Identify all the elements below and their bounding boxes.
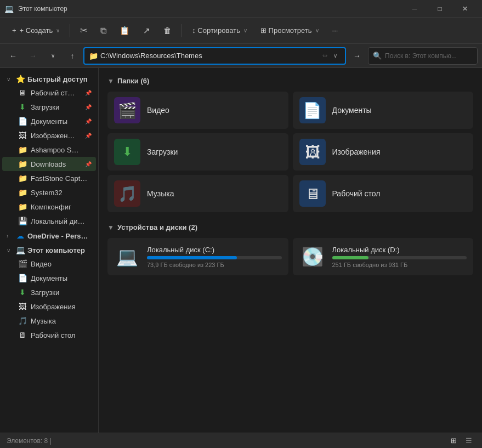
thispc-desktop-icon: 🖥 bbox=[18, 331, 27, 339]
ashampoo-label: Ashampoo S… bbox=[31, 146, 92, 154]
back-button[interactable]: ← bbox=[4, 47, 22, 65]
downloads-icon: ⬇ bbox=[18, 103, 27, 111]
more-icon: ··· bbox=[332, 26, 338, 35]
thispc-desktop-label: Рабочий стол bbox=[31, 331, 92, 339]
sidebar: ∨ ⭐ Быстрый доступ 🖥 Рабочий ст… 📌 ⬇ Заг… bbox=[0, 68, 99, 433]
onedrive-label: OneDrive - Perso… bbox=[27, 232, 92, 240]
up-button[interactable]: ↑ bbox=[64, 47, 81, 65]
thispc-computer-icon: 💻 bbox=[15, 246, 25, 254]
delete-button[interactable]: 🗑 bbox=[158, 22, 177, 38]
folder-item-desktop[interactable]: 🖥 Рабочий стол bbox=[293, 175, 474, 212]
cut-icon: ✂ bbox=[80, 25, 87, 36]
desktop-label: Рабочий ст… bbox=[31, 89, 82, 97]
folder-item-images[interactable]: 🖼 Изображения bbox=[293, 133, 474, 171]
thispc-images-label: Изображения bbox=[31, 303, 92, 311]
cut-button[interactable]: ✂ bbox=[75, 22, 93, 39]
drive-d-icon: 💽 bbox=[302, 246, 324, 267]
list-view-button[interactable]: ☰ bbox=[462, 435, 475, 446]
folder-music-icon-box: 🎵 bbox=[114, 180, 140, 207]
dropdown-button[interactable]: ∨ bbox=[44, 47, 61, 65]
documents-pin-icon: 📌 bbox=[85, 118, 92, 124]
sidebar-onedrive-header[interactable]: › ☁ OneDrive - Perso… bbox=[2, 229, 96, 242]
sidebar-item-desktop[interactable]: 🖥 Рабочий ст… 📌 bbox=[2, 86, 96, 100]
delete-icon: 🗑 bbox=[163, 26, 172, 35]
folder-downloads-name: Загрузки bbox=[147, 148, 178, 156]
address-dropdown-icon[interactable]: ∨ bbox=[330, 50, 341, 61]
quick-access-label: Быстрый доступ bbox=[27, 75, 92, 83]
sidebar-item-thispc-downloads[interactable]: ⬇ Загрузки bbox=[2, 285, 96, 299]
sidebar-item-localdisk[interactable]: 💾 Локальный ди… bbox=[2, 214, 96, 228]
documents-label: Документы bbox=[31, 117, 82, 126]
sidebar-item-thispc-documents[interactable]: 📄 Документы bbox=[2, 271, 96, 285]
folder-downloads-icon: ⬇ bbox=[122, 145, 132, 159]
drives-section-header[interactable]: ▼ Устройства и диски (2) bbox=[107, 223, 473, 231]
close-button[interactable]: ✕ bbox=[452, 0, 478, 18]
forward-button[interactable]: → bbox=[24, 47, 42, 65]
create-button[interactable]: + + Создать ∨ bbox=[7, 23, 65, 38]
sidebar-quick-access-header[interactable]: ∨ ⭐ Быстрый доступ bbox=[2, 72, 96, 86]
title-bar-controls: ─ □ ✕ bbox=[402, 0, 478, 18]
drive-d-name: Локальный диск (D:) bbox=[332, 246, 467, 254]
search-bar[interactable]: 🔍 Поиск в: Этот компью... bbox=[368, 47, 478, 65]
sidebar-thispc-header[interactable]: ∨ 💻 Этот компьютер bbox=[2, 243, 96, 257]
sidebar-item-thispc-video[interactable]: 🎬 Видео bbox=[2, 257, 96, 271]
thispc-downloads-label: Загрузки bbox=[31, 288, 92, 297]
sidebar-item-images[interactable]: 🖼 Изображен… 📌 bbox=[2, 128, 96, 143]
folder-item-downloads[interactable]: ⬇ Загрузки bbox=[107, 133, 288, 171]
more-button[interactable]: ··· bbox=[327, 23, 344, 38]
paste-button[interactable]: 📋 bbox=[114, 22, 135, 39]
sidebar-item-thispc-images[interactable]: 🖼 Изображения bbox=[2, 299, 96, 314]
sidebar-item-ashampoo[interactable]: 📁 Ashampoo S… bbox=[2, 143, 96, 157]
address-resize-icon: ⇔ bbox=[322, 52, 327, 59]
share-button[interactable]: ↗ bbox=[138, 22, 156, 39]
folder-path-icon: 📁 bbox=[89, 52, 98, 60]
status-view-controls: ⊞ ☰ bbox=[447, 435, 475, 446]
sidebar-item-downloads[interactable]: ⬇ Загрузки 📌 bbox=[2, 100, 96, 114]
grid-view-button[interactable]: ⊞ bbox=[447, 435, 460, 446]
folder-images-icon: 🖼 bbox=[305, 143, 320, 161]
folders-chevron-icon: ▼ bbox=[107, 77, 114, 85]
sidebar-item-downloads2[interactable]: 📁 Downloads 📌 bbox=[2, 157, 96, 171]
sidebar-item-system32[interactable]: 📁 System32 bbox=[2, 185, 96, 200]
onedrive-expand-icon: › bbox=[7, 233, 13, 239]
drive-d-icon-box: 💽 bbox=[299, 243, 326, 270]
view-button[interactable]: ⊞ Просмотреть ∨ bbox=[255, 23, 325, 38]
system32-label: System32 bbox=[31, 189, 92, 197]
drives-grid: 💻 Локальный диск (C:) 73,9 ГБ свободно и… bbox=[107, 238, 473, 275]
sort-button[interactable]: ↕ Сортировать ∨ bbox=[186, 23, 253, 38]
sidebar-item-thispc-music[interactable]: 🎵 Музыка bbox=[2, 314, 96, 328]
address-input[interactable] bbox=[100, 52, 320, 60]
sidebar-item-documents[interactable]: 📄 Документы 📌 bbox=[2, 114, 96, 128]
maximize-button[interactable]: □ bbox=[427, 0, 452, 18]
sidebar-item-kompkonfig[interactable]: 📁 Компконфиг bbox=[2, 200, 96, 214]
thispc-video-label: Видео bbox=[31, 260, 92, 268]
downloads-label: Загрузки bbox=[31, 103, 82, 111]
folders-section-header[interactable]: ▼ Папки (6) bbox=[107, 77, 473, 85]
drive-d-bar-fill bbox=[332, 256, 368, 259]
thispc-music-label: Музыка bbox=[31, 317, 92, 325]
folders-grid: 🎬 Видео 📄 Документы ⬇ Загрузки bbox=[107, 92, 473, 212]
folder-item-music[interactable]: 🎵 Музыка bbox=[107, 175, 288, 212]
drive-c-icon: 💻 bbox=[116, 246, 138, 267]
folder-item-video[interactable]: 🎬 Видео bbox=[107, 92, 288, 129]
drive-item-c[interactable]: 💻 Локальный диск (C:) 73,9 ГБ свободно и… bbox=[107, 238, 288, 275]
sidebar-onedrive-section: › ☁ OneDrive - Perso… bbox=[0, 229, 98, 242]
copy-button[interactable]: ⧉ bbox=[95, 22, 112, 39]
copy-icon: ⧉ bbox=[100, 26, 106, 36]
drive-d-info: Локальный диск (D:) 251 ГБ свободно из 9… bbox=[332, 246, 467, 268]
minimize-button[interactable]: ─ bbox=[402, 0, 427, 18]
drive-item-d[interactable]: 💽 Локальный диск (D:) 251 ГБ свободно из… bbox=[293, 238, 474, 275]
folder-downloads-icon-box: ⬇ bbox=[114, 139, 140, 165]
kompkonfig-icon: 📁 bbox=[18, 202, 27, 211]
sidebar-item-thispc-desktop[interactable]: 🖥 Рабочий стол bbox=[2, 328, 96, 342]
folder-item-documents[interactable]: 📄 Документы bbox=[293, 92, 474, 129]
folder-music-name: Музыка bbox=[147, 189, 174, 198]
images-label: Изображен… bbox=[31, 132, 82, 140]
downloads-pin-icon: 📌 bbox=[85, 104, 92, 110]
address-bar-wrapper: 📁 ⇔ ∨ bbox=[83, 47, 346, 65]
ashampoo-icon: 📁 bbox=[18, 145, 27, 154]
thispc-video-icon: 🎬 bbox=[18, 259, 27, 268]
create-icon: + bbox=[12, 26, 16, 35]
sidebar-item-faststone[interactable]: 📁 FastStone Capt… bbox=[2, 171, 96, 185]
go-button[interactable]: → bbox=[348, 47, 366, 65]
